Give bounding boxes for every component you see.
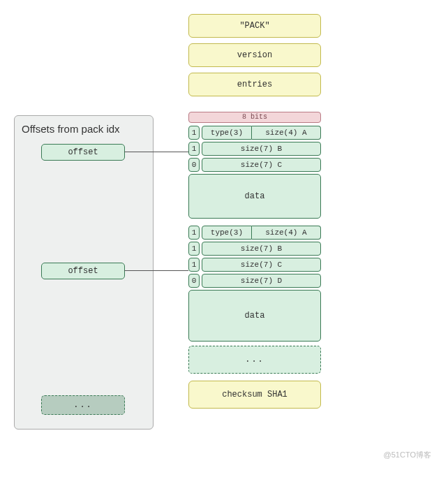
entry1-flag1: 1 [188, 126, 200, 140]
entry1-sizeC: size(7) C [202, 158, 321, 172]
pack-structure: "PACK" 4b version 4b entries 4b 8 bits 1… [188, 14, 342, 414]
entry1-data: data [188, 174, 321, 219]
offsets-panel: Offsets from pack idx offset offset ... [14, 115, 154, 430]
entry1-flag2: 1 [188, 142, 200, 156]
entry1-row1: 1 type(3) size(4) A [188, 126, 321, 140]
connector-2 [124, 270, 188, 271]
entry2-row2: 1 size(7) B [188, 242, 321, 256]
entry1-flag3: 0 [188, 158, 200, 172]
pack-magic: "PACK" [188, 14, 321, 38]
checksum-field: checksum SHA1 [188, 381, 321, 409]
offset-placeholder: ... [41, 395, 125, 415]
bits-label-1: 8 bits [188, 112, 321, 123]
entry2-flag2: 1 [188, 242, 200, 256]
offsets-title: Offsets from pack idx [22, 123, 146, 135]
entry1-row2: 1 size(7) B [188, 142, 321, 156]
connector-1 [124, 152, 188, 152]
entry2-sizeA: size(4) A [252, 226, 321, 240]
entry1-sizeA: size(4) A [252, 126, 321, 140]
entry2-row4: 0 size(7) D [188, 274, 321, 288]
offset-row-1: offset [41, 144, 125, 161]
entry1-row3: 0 size(7) C [188, 158, 321, 172]
entry2-row3: 1 size(7) C [188, 258, 321, 272]
entry2-data: data [188, 290, 321, 342]
entry1-sizeB: size(7) B [202, 142, 321, 156]
entry2-flag1: 1 [188, 226, 200, 240]
offset-row-2: offset [41, 263, 125, 279]
entry2-sizeB: size(7) B [202, 242, 321, 256]
entry2-flag4: 0 [188, 274, 200, 288]
entry2-flag3: 1 [188, 258, 200, 272]
watermark: @51CTO博客 [384, 450, 431, 460]
version-field: version [188, 43, 321, 67]
entry2-row1: 1 type(3) size(4) A [188, 226, 321, 240]
entry2-sizeD: size(7) D [202, 274, 321, 288]
entry1-type: type(3) [202, 126, 252, 140]
entry2-type: type(3) [202, 226, 252, 240]
entry2-sizeC: size(7) C [202, 258, 321, 272]
entries-field: entries [188, 73, 321, 96]
entries-placeholder: ... [188, 346, 321, 374]
